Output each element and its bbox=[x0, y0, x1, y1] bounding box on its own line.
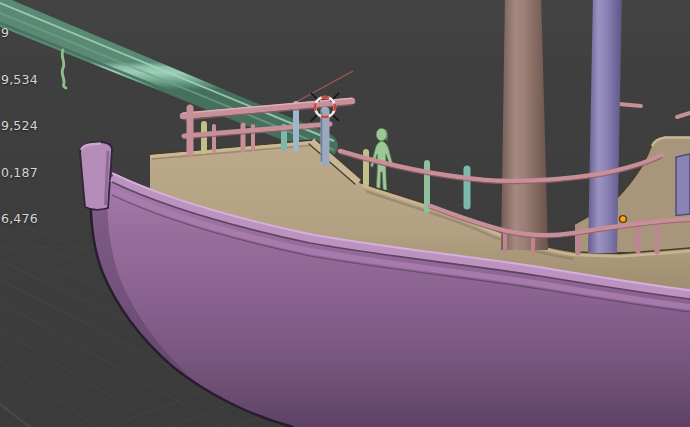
stat-line: 0,187 bbox=[1, 165, 38, 181]
stat-line: 9,534 bbox=[1, 72, 38, 88]
stats-overlay: 9 9,534 9,524 0,187 6,476 bbox=[1, 0, 38, 258]
3d-viewport[interactable]: 9 9,534 9,524 0,187 6,476 bbox=[0, 0, 690, 427]
stat-line: 9,524 bbox=[1, 118, 38, 134]
mast-main[interactable] bbox=[501, 0, 548, 250]
stat-line: 9 bbox=[1, 25, 38, 41]
stat-line: 6,476 bbox=[1, 211, 38, 227]
cabin-door[interactable] bbox=[676, 154, 690, 216]
object-origin-icon bbox=[620, 216, 627, 223]
mast-aft[interactable] bbox=[588, 0, 622, 253]
